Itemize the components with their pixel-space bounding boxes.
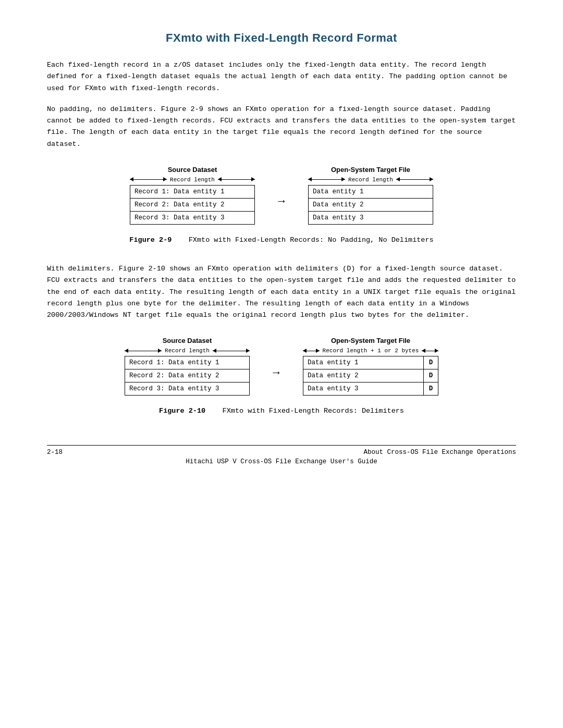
footer-section-title: About Cross-OS File Exchange Operations	[363, 449, 516, 456]
figure-9-target-row-2: Data entity 2	[309, 199, 433, 212]
figure-10-target-table: Data entity 1 D Data entity 2 D Data ent…	[303, 356, 438, 396]
arrow-line-right	[218, 179, 255, 180]
figure-9-source-arrow: Record length	[130, 177, 255, 183]
figure-10-source-arrow: Record length	[125, 348, 250, 354]
figure-9-source-table: Record 1: Data entity 1 Record 2: Data e…	[130, 185, 255, 225]
arrow-line-right-10	[213, 351, 250, 351]
arrow-line-left-10t	[303, 351, 320, 351]
figure-9-target-arrow-text: Record length	[345, 177, 396, 183]
figure-9-source-label: Source Dataset	[168, 166, 217, 174]
figure-9-transfer-arrow: →	[276, 194, 287, 208]
arrow-line-left-10	[125, 351, 162, 351]
figure-10-source-arrow-text: Record length	[162, 348, 213, 354]
figure-9-target-row-3: Data entity 3	[309, 212, 433, 224]
figure-10-target-row-1: Data entity 1 D	[303, 356, 438, 369]
figure-10-source-label: Source Dataset	[163, 337, 212, 344]
figure-10-caption-text: FXmto with Fixed-Length Records: Delimit…	[223, 407, 404, 415]
figure-10-source-row-1: Record 1: Data entity 1	[125, 356, 249, 369]
paragraph-1: Each fixed-length record in a z/OS datas…	[47, 59, 516, 94]
figure-10-target: Open-System Target File Record length + …	[303, 337, 438, 396]
figure-10-target-arrow: Record length + 1 or 2 bytes	[303, 348, 438, 354]
figure-10-diagram: Source Dataset Record length Record 1: D…	[125, 337, 438, 396]
figure-10-target-arrow-wrapper: Record length + 1 or 2 bytes	[303, 348, 438, 355]
paragraph-3: With delimiters. Figure 2-10 shows an FX…	[47, 263, 516, 321]
footer-book-title: Hitachi USP V Cross-OS File Exchange Use…	[47, 458, 516, 465]
arrow-line-left-target	[308, 179, 345, 180]
figure-9-target: Open-System Target File Record length Da…	[308, 166, 433, 225]
figure-9-source-arrow-wrapper: Record length	[130, 177, 255, 184]
paragraph-2: No padding, no delimiters. Figure 2-9 sh…	[47, 104, 516, 150]
figure-10-source-arrow-wrapper: Record length	[125, 348, 250, 355]
figure-9-target-arrow-wrapper: Record length	[308, 177, 433, 184]
footer-page-number: 2-18	[47, 449, 63, 456]
figure-9-section: Source Dataset Record length Record 1: D…	[47, 166, 516, 258]
figure-9-source-row-2: Record 2: Data entity 2	[130, 199, 254, 212]
figure-9-target-label: Open-System Target File	[331, 166, 410, 174]
figure-10-target-entity-3: Data entity 3	[303, 382, 423, 395]
figure-10-source-row-3: Record 3: Data entity 3	[125, 382, 249, 395]
figure-9-label: Figure 2-9	[129, 236, 172, 244]
figure-9-caption-text: FXmto with Fixed-Length Records: No Padd…	[189, 236, 434, 244]
figure-10-target-d-3: D	[423, 382, 438, 395]
footer-separator	[47, 445, 516, 446]
figure-9-target-row-1: Data entity 1	[309, 186, 433, 199]
arrow-line-left	[130, 179, 167, 180]
figure-10-target-d-1: D	[423, 356, 438, 369]
figure-10-target-label: Open-System Target File	[331, 337, 410, 344]
figure-9-source: Source Dataset Record length Record 1: D…	[130, 166, 255, 225]
figure-9-diagram: Source Dataset Record length Record 1: D…	[130, 166, 433, 225]
figure-10-target-arrow-text: Record length + 1 or 2 bytes	[320, 348, 422, 354]
figure-9-target-table: Data entity 1 Data entity 2 Data entity …	[308, 185, 433, 225]
figure-9-source-arrow-text: Record length	[167, 177, 218, 183]
figure-10-label: Figure 2-10	[159, 407, 205, 415]
figure-10-caption: Figure 2-10 FXmto with Fixed-Length Reco…	[159, 406, 404, 416]
figure-9-source-row-3: Record 3: Data entity 3	[130, 212, 254, 224]
figure-9-target-arrow: Record length	[308, 177, 433, 183]
figure-10-source-row-2: Record 2: Data entity 2	[125, 369, 249, 382]
figure-10-target-entity-1: Data entity 1	[303, 356, 423, 369]
footer-row: 2-18 About Cross-OS File Exchange Operat…	[47, 449, 516, 456]
arrow-line-right-10t	[422, 351, 438, 351]
figure-9-caption: Figure 2-9 FXmto with Fixed-Length Recor…	[129, 235, 433, 245]
figure-10-target-d-2: D	[423, 369, 438, 382]
figure-10-section: Source Dataset Record length Record 1: D…	[47, 337, 516, 429]
arrow-line-right-target	[396, 179, 433, 180]
figure-10-target-row-3: Data entity 3 D	[303, 382, 438, 395]
figure-10-source-table: Record 1: Data entity 1 Record 2: Data e…	[125, 356, 250, 396]
page-title: FXmto with Fixed-Length Record Format	[47, 31, 516, 45]
figure-10-transfer-arrow: →	[271, 366, 282, 379]
figure-10-source: Source Dataset Record length Record 1: D…	[125, 337, 250, 396]
figure-10-target-entity-2: Data entity 2	[303, 369, 423, 382]
figure-9-source-row-1: Record 1: Data entity 1	[130, 186, 254, 199]
figure-10-target-row-2: Data entity 2 D	[303, 369, 438, 382]
